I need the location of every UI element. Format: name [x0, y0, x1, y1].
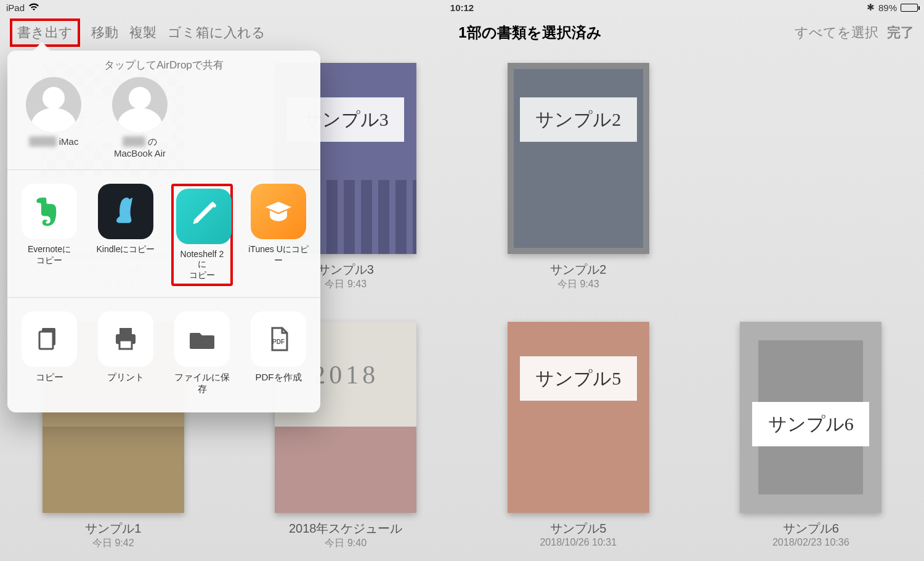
copy-icon: [22, 311, 77, 367]
duplicate-button[interactable]: 複製: [129, 23, 156, 42]
svg-rect-2: [120, 328, 132, 334]
document-title: サンプル5: [490, 520, 667, 537]
cover-label: サンプル6: [752, 402, 869, 446]
page-title: 1部の書類を選択済み: [265, 23, 795, 43]
share-app-itunesu[interactable]: iTunes Uにコピー: [248, 184, 309, 286]
app-label: Kindleにコピー: [95, 244, 156, 255]
document-date: 今日 9:40: [257, 537, 435, 550]
clock: 10:12: [310, 2, 614, 13]
document-title: サンプル6: [723, 520, 900, 537]
wifi-icon: [28, 2, 39, 13]
redacted-name: xxxxx: [123, 136, 146, 147]
share-app-evernote[interactable]: Evernoteに コピー: [18, 184, 80, 286]
share-sheet: タップしてAirDropで共有 xxxxxx iMac xxxxx の MacB…: [7, 51, 320, 412]
cover-label: サンプル5: [520, 356, 637, 401]
avatar-icon: [26, 77, 81, 133]
noteshelf-icon: [176, 189, 232, 244]
airdrop-label: MacBook Air: [106, 148, 174, 158]
document-cover: サンプル2: [508, 63, 649, 254]
document-item[interactable]: サンプル2 サンプル2 今日 9:43: [490, 63, 667, 291]
action-label: コピー: [18, 372, 80, 383]
svg-rect-4: [120, 340, 132, 349]
action-label: PDFを作成: [248, 372, 309, 383]
app-label: コピー: [176, 270, 228, 281]
app-label: Noteshelf 2に: [176, 249, 228, 270]
action-label: プリント: [95, 372, 156, 383]
airdrop-label: iMac: [59, 136, 79, 147]
document-date: 今日 9:42: [25, 537, 202, 550]
airdrop-target[interactable]: xxxxx の MacBook Air: [106, 77, 174, 158]
toolbar: 書き出す 移動 複製 ゴミ箱に入れる 1部の書類を選択済み すべてを選択 完了: [0, 15, 924, 51]
avatar-icon: [112, 77, 168, 133]
done-button[interactable]: 完了: [887, 23, 914, 42]
document-title: サンプル2: [490, 261, 667, 278]
status-bar: iPad 10:12 ✱ 89%: [0, 0, 924, 15]
action-create-pdf[interactable]: PDF PDFを作成: [248, 311, 309, 395]
popover-caret-icon: [32, 42, 52, 52]
share-app-noteshelf[interactable]: Noteshelf 2に コピー: [171, 184, 233, 286]
action-copy[interactable]: コピー: [18, 311, 80, 395]
print-icon: [98, 311, 153, 367]
document-title: 2018年スケジュール: [257, 520, 435, 537]
battery-pct: 89%: [878, 2, 897, 13]
move-button[interactable]: 移動: [91, 23, 118, 42]
redacted-name: xxxxxx: [29, 136, 57, 147]
itunesu-icon: [251, 184, 306, 239]
document-date: 2018/10/26 10:31: [490, 537, 667, 548]
bluetooth-icon: ✱: [867, 2, 875, 13]
pdf-icon: PDF: [251, 311, 306, 367]
document-item[interactable]: サンプル5 サンプル5 2018/10/26 10:31: [490, 322, 667, 550]
document-cover: サンプル6: [740, 322, 881, 513]
airdrop-target[interactable]: xxxxxx iMac: [20, 77, 87, 158]
document-cover: サンプル5: [508, 322, 649, 513]
airdrop-label: の: [148, 136, 157, 147]
action-print[interactable]: プリント: [95, 311, 156, 395]
document-date: 2018/02/23 10:36: [723, 537, 900, 548]
evernote-icon: [22, 184, 77, 239]
select-all-button[interactable]: すべてを選択: [795, 23, 878, 42]
airdrop-title: タップしてAirDropで共有: [7, 57, 320, 77]
app-label: Evernoteに: [18, 244, 80, 255]
document-date: 今日 9:43: [490, 278, 667, 291]
app-label: iTunes Uにコピー: [248, 244, 309, 266]
selection-overlay: [508, 63, 649, 254]
share-app-kindle[interactable]: Kindleにコピー: [95, 184, 156, 286]
document-title: サンプル1: [25, 520, 202, 537]
app-label: コピー: [18, 255, 80, 266]
device-label: iPad: [6, 2, 25, 13]
battery-icon: [901, 4, 918, 12]
folder-icon: [174, 311, 230, 367]
document-item[interactable]: サンプル6 サンプル6 2018/02/23 10:36: [723, 322, 900, 550]
trash-button[interactable]: ゴミ箱に入れる: [168, 23, 265, 42]
action-label: ファイルに保存: [171, 372, 233, 395]
action-save-file[interactable]: ファイルに保存: [171, 311, 233, 395]
svg-text:PDF: PDF: [272, 338, 285, 345]
svg-rect-1: [39, 332, 53, 349]
kindle-icon: [98, 184, 153, 239]
